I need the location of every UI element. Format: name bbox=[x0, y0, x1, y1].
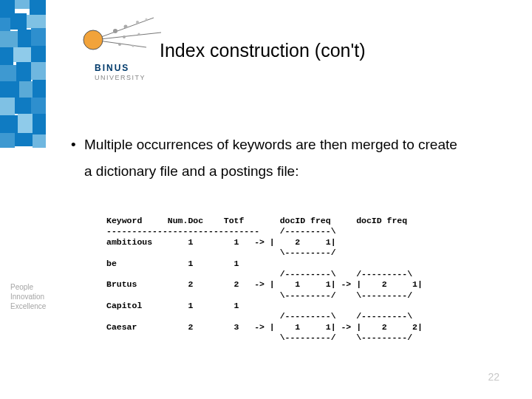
svg-point-7 bbox=[145, 18, 147, 20]
side-strip: People Innovation Excellence bbox=[0, 0, 46, 399]
logo-text: BINUS bbox=[95, 63, 129, 73]
svg-point-4 bbox=[113, 29, 117, 33]
tagline-line-3: Excellence bbox=[10, 301, 46, 311]
svg-point-8 bbox=[123, 35, 126, 38]
tagline: People Innovation Excellence bbox=[10, 282, 46, 311]
logo-subtitle: UNIVERSITY bbox=[95, 74, 146, 81]
svg-point-10 bbox=[118, 43, 121, 46]
page-number: 22 bbox=[488, 371, 499, 383]
slide-title: Index construction (con't) bbox=[160, 40, 366, 61]
svg-point-6 bbox=[136, 21, 139, 24]
tagline-line-1: People bbox=[10, 282, 46, 292]
svg-point-3 bbox=[83, 30, 103, 50]
tagline-line-2: Innovation bbox=[10, 292, 46, 301]
svg-point-5 bbox=[124, 25, 128, 29]
pixel-art bbox=[0, 0, 46, 155]
dictionary-postings-table: Keyword Num.Doc Totf docID freq docID fr… bbox=[106, 216, 423, 344]
svg-point-9 bbox=[137, 33, 140, 35]
bullet-point-1: Multiple occurrences of keywords are the… bbox=[84, 132, 468, 185]
svg-point-11 bbox=[132, 44, 134, 47]
